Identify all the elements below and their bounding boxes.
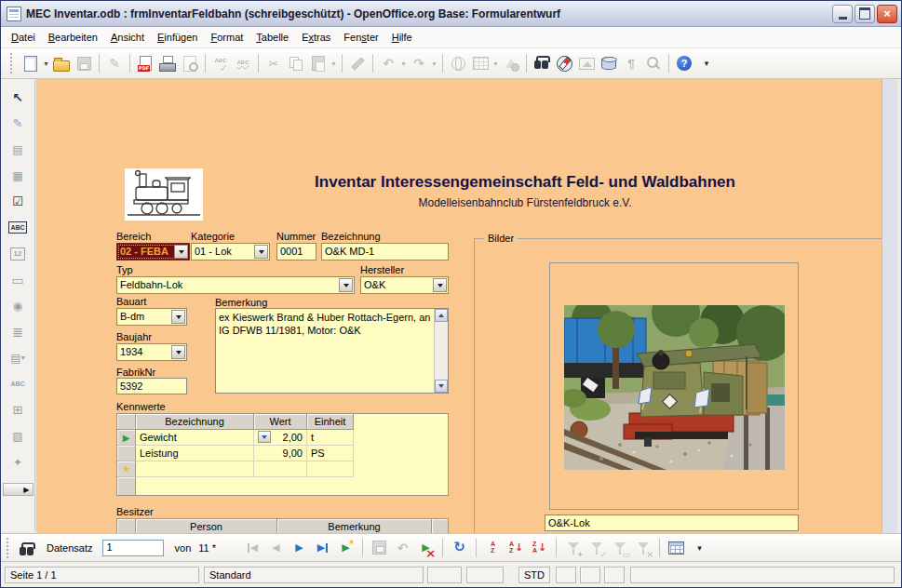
menu-einfgen[interactable]: Einfügen	[151, 29, 204, 46]
kategorie-combobox[interactable]: 01 - Lok	[191, 243, 270, 261]
data-to-table-icon[interactable]	[666, 539, 687, 557]
table-cell[interactable]	[307, 461, 354, 477]
data-sources-icon[interactable]	[598, 52, 620, 74]
toolbar-separator	[659, 539, 660, 557]
status-cell	[630, 567, 895, 583]
von-label: von	[175, 542, 192, 554]
sort-descending-icon[interactable]	[529, 539, 550, 557]
table-cell[interactable]: PS	[307, 446, 354, 461]
menu-tabelle[interactable]: Tabelle	[249, 29, 295, 46]
baujahr-combobox[interactable]: 1934	[116, 343, 187, 361]
status-cell	[580, 567, 600, 583]
table-cell[interactable]: 9,00	[254, 446, 307, 461]
menu-fenster[interactable]: Fenster	[337, 29, 384, 46]
remove-filter-badge: ×	[647, 551, 654, 559]
hersteller-dropdown-button[interactable]	[433, 278, 447, 292]
menu-hilfe[interactable]: Hilfe	[385, 29, 419, 46]
paste-icon	[307, 52, 330, 74]
delete-record-icon[interactable]	[415, 539, 437, 557]
sort-ascending-icon[interactable]	[505, 539, 527, 557]
form-properties-icon	[5, 165, 31, 186]
application-window: MEC Inventar.odb : frmInventarFeldbahn (…	[0, 0, 902, 588]
toolbar-grip[interactable]	[10, 53, 14, 74]
status-cell	[604, 567, 625, 583]
toolbar-options-icon[interactable]	[695, 52, 718, 74]
row-selector[interactable]	[117, 477, 136, 495]
besitzer-corner-header	[117, 519, 136, 533]
toolbox-more-button[interactable]: ▶	[3, 483, 34, 496]
typ-dropdown-button[interactable]	[339, 278, 353, 292]
toolbar-grip[interactable]	[7, 538, 10, 558]
kategorie-dropdown-button[interactable]	[254, 245, 268, 259]
toolbar-separator	[205, 54, 206, 73]
text-box-icon[interactable]	[5, 217, 31, 238]
new-record-icon[interactable]	[335, 539, 357, 557]
toolbar-options-icon[interactable]	[689, 539, 710, 557]
export-pdf-icon[interactable]	[134, 52, 156, 74]
baujahr-dropdown-button[interactable]	[171, 345, 185, 359]
scroll-up-button[interactable]	[435, 309, 448, 322]
remove-filter-icon: ×	[632, 539, 653, 557]
bemerkung-textarea[interactable]: ex Kieswerk Brand & Huber Rottach-Egern,…	[215, 308, 449, 394]
close-button[interactable]: ×	[877, 5, 897, 23]
help-icon[interactable]	[673, 52, 695, 74]
table-cell[interactable]	[254, 461, 307, 477]
table-cell[interactable]	[136, 461, 254, 477]
image-caption-field[interactable]: O&K-Lok	[545, 514, 799, 531]
record-number-input[interactable]: 1	[102, 540, 164, 556]
next-record-icon[interactable]	[289, 539, 310, 557]
besitzer-col-bemerkung[interactable]: Bemerkung	[277, 519, 432, 533]
refresh-icon[interactable]	[449, 539, 470, 557]
bauart-combobox[interactable]: B-dm	[116, 308, 187, 326]
find-replace-icon[interactable]	[531, 52, 553, 74]
scroll-down-button[interactable]	[435, 380, 448, 393]
checkbox-icon[interactable]	[5, 191, 31, 212]
nummer-field[interactable]: 0001	[276, 243, 316, 261]
find-record-icon[interactable]	[16, 539, 37, 557]
open-icon[interactable]	[50, 52, 73, 74]
row-selector[interactable]	[117, 446, 136, 461]
fabriknr-field[interactable]: 5392	[116, 378, 187, 394]
kennwerte-col-wert[interactable]: Wert	[254, 414, 307, 430]
paste-dropdown-arrow: ▾	[330, 60, 338, 68]
hersteller-combobox[interactable]: O&K	[360, 276, 449, 294]
bereich-dropdown-button[interactable]	[174, 245, 188, 259]
table-cell[interactable]: Leistung	[136, 446, 254, 461]
navigator-icon[interactable]	[553, 52, 575, 74]
vertical-scrollbar[interactable]	[882, 79, 897, 533]
last-record-icon[interactable]	[312, 539, 333, 557]
hyperlink-icon	[447, 52, 469, 74]
table-cell[interactable]: Gewicht	[136, 430, 254, 446]
bereich-combobox[interactable]: 02 - FEBA	[116, 243, 190, 261]
typ-combobox[interactable]: Feldbahn-Lok	[116, 276, 355, 294]
bezeichnung-field[interactable]: O&K MD-1	[321, 243, 449, 261]
bauart-dropdown-button[interactable]	[171, 310, 185, 324]
kennwerte-col-einheit[interactable]: Einheit	[307, 414, 354, 430]
besitzer-col-person[interactable]: Person	[136, 519, 277, 533]
kennwerte-label: Kennwerte	[116, 401, 166, 412]
first-record-icon	[242, 539, 263, 557]
menu-bearbeiten[interactable]: Bearbeiten	[42, 29, 104, 46]
menu-extras[interactable]: Extras	[295, 29, 337, 46]
menu-format[interactable]: Format	[204, 29, 249, 46]
print-icon[interactable]	[156, 52, 179, 74]
row-selector[interactable]: ★	[117, 461, 136, 477]
toolbar-separator	[258, 54, 259, 73]
new-document-icon[interactable]	[20, 52, 42, 74]
form-filter-badge: ▭	[623, 551, 631, 559]
menu-datei[interactable]: Datei	[5, 29, 42, 46]
maximize-button[interactable]	[855, 5, 875, 23]
minimize-button[interactable]	[832, 5, 853, 23]
save-icon	[73, 52, 95, 74]
toolbar-separator	[362, 539, 363, 557]
bezeichnung-label: Bezeichnung	[321, 231, 381, 242]
sort-icon[interactable]	[482, 539, 504, 557]
kennwerte-col-bezeichnung[interactable]: Bezeichnung	[136, 414, 254, 430]
row-selector[interactable]: ▶	[117, 430, 136, 446]
table-cell[interactable]: 2,00	[254, 430, 307, 446]
bemerkung-scrollbar[interactable]	[434, 309, 448, 393]
table-cell[interactable]: t	[307, 430, 354, 446]
new-document-dropdown-arrow[interactable]: ▾	[42, 60, 50, 68]
select-icon[interactable]	[5, 87, 31, 108]
menu-ansicht[interactable]: Ansicht	[104, 29, 151, 46]
